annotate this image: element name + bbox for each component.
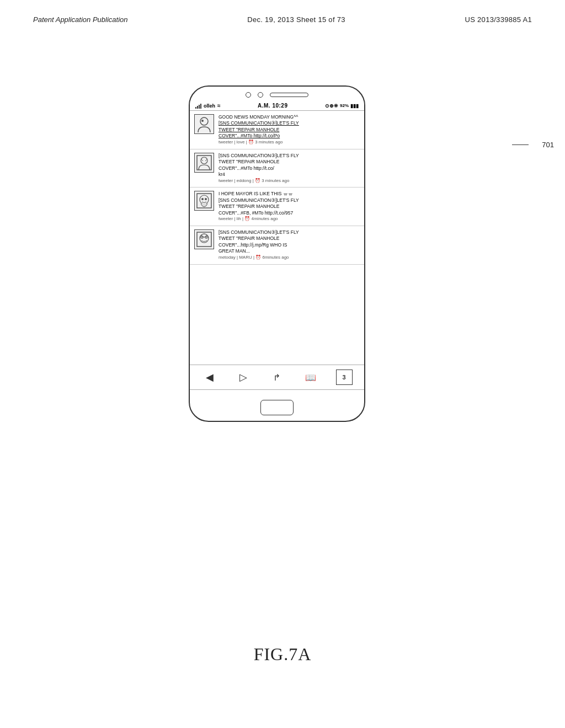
svg-point-1 <box>201 120 204 122</box>
tweet-avatar-3 <box>194 191 214 211</box>
signal-bars-icon <box>195 103 201 109</box>
tweet-avatar-2 <box>194 153 214 173</box>
sensor-circle <box>258 92 263 98</box>
phone-home-area <box>260 400 294 415</box>
carrier-name: olleh <box>204 103 215 109</box>
svg-line-4 <box>201 159 203 161</box>
book-button[interactable]: 📖 <box>302 370 319 385</box>
count-button[interactable]: 3 <box>336 370 353 385</box>
phone-toolbar: ◀ ▷ ↱ 📖 3 <box>190 365 364 390</box>
battery-percent: 92% <box>340 103 349 108</box>
figure-caption: FIG.7A <box>254 644 312 665</box>
volume-button[interactable] <box>364 153 365 175</box>
phone-top-area <box>190 87 364 101</box>
tweet-item[interactable]: GOOD NEWS MONDAY MORNING^^ [SNS COMMUNIC… <box>190 111 364 149</box>
svg-rect-10 <box>197 232 211 247</box>
svg-point-0 <box>200 117 208 125</box>
svg-point-16 <box>201 234 207 237</box>
svg-line-5 <box>205 159 207 161</box>
tweet-list: GOOD NEWS MONDAY MORNING^^ [SNS COMMUNIC… <box>190 111 364 265</box>
tweet-avatar-4 <box>194 229 214 249</box>
tweet-text-1: GOOD NEWS MONDAY MORNING^^ [SNS COMMUNIC… <box>218 114 360 146</box>
camera-circle <box>246 92 251 98</box>
status-bar: olleh ≈ A.M. 10:29 ⊙⊕❊ 92% ▮▮▮ <box>190 101 364 111</box>
label-line <box>512 144 529 145</box>
status-right: ⊙⊕❊ 92% ▮▮▮ <box>325 103 359 109</box>
tweet-text-3: I HOPE MAYOR IS LIKE THIS ㅠㅠ [SNS COMMUN… <box>218 191 360 222</box>
back-button[interactable]: ◀ <box>201 370 218 385</box>
tweet-item[interactable]: [SNS COMMUNICATION③]LET'S FLY TWEET "REP… <box>190 149 364 188</box>
status-left: olleh ≈ <box>195 103 221 109</box>
tweet-text-2: [SNS COMMUNICATION③]LET'S FLY TWEET "REP… <box>218 153 360 184</box>
header-publication-type: Patent Application Publication <box>33 15 128 24</box>
home-button[interactable] <box>260 400 294 415</box>
svg-point-3 <box>201 157 207 164</box>
wifi-icon: ≈ <box>217 103 221 109</box>
tweet-text-4: [SNS COMMUNICATION③]LET'S FLY TWEET "REP… <box>218 229 360 261</box>
tweet-item[interactable]: [SNS COMMUNICATION③]LET'S FLY TWEET "REP… <box>190 226 364 265</box>
tweet-avatar-1 <box>194 114 214 134</box>
play-button[interactable]: ▷ <box>235 370 252 385</box>
header-patent-number: US 2013/339885 A1 <box>465 15 532 24</box>
phone-body: olleh ≈ A.M. 10:29 ⊙⊕❊ 92% ▮▮▮ <box>189 85 365 422</box>
share-button[interactable]: ↱ <box>269 370 285 385</box>
svg-point-8 <box>201 198 204 200</box>
phone-device: olleh ≈ A.M. 10:29 ⊙⊕❊ 92% ▮▮▮ <box>189 85 376 427</box>
status-icons: ⊙⊕❊ <box>325 103 338 109</box>
svg-point-9 <box>205 198 207 200</box>
label-701: 701 <box>542 141 554 149</box>
battery-icon: ▮▮▮ <box>350 103 359 109</box>
status-time: A.M. 10:29 <box>258 103 287 109</box>
phone-speaker <box>270 93 308 97</box>
power-button[interactable] <box>364 180 365 197</box>
page-header: Patent Application Publication Dec. 19, … <box>33 15 532 24</box>
tweet-item[interactable]: I HOPE MAYOR IS LIKE THIS ㅠㅠ [SNS COMMUN… <box>190 188 364 226</box>
header-sheet-info: Dec. 19, 2013 Sheet 15 of 73 <box>247 15 345 24</box>
